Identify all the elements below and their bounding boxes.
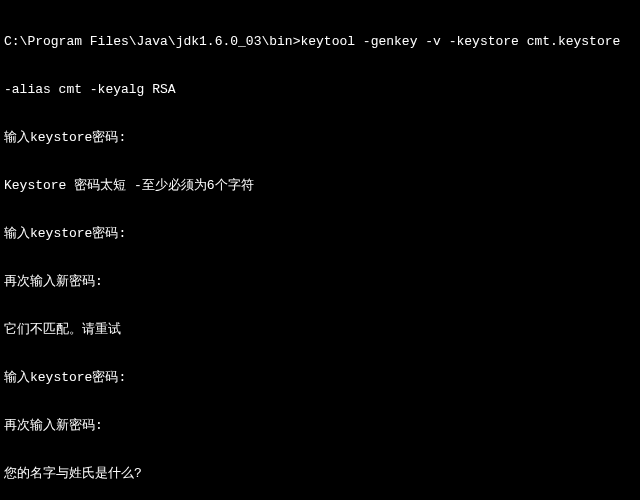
terminal-line: 输入keystore密码: — [4, 226, 636, 242]
terminal-line: 输入keystore密码: — [4, 370, 636, 386]
terminal-line: -alias cmt -keyalg RSA — [4, 82, 636, 98]
terminal-line: C:\Program Files\Java\jdk1.6.0_03\bin>ke… — [4, 34, 636, 50]
terminal-line: 再次输入新密码: — [4, 274, 636, 290]
terminal-line: Keystore 密码太短 -至少必须为6个字符 — [4, 178, 636, 194]
terminal-window[interactable]: C:\Program Files\Java\jdk1.6.0_03\bin>ke… — [0, 0, 640, 500]
terminal-line: 再次输入新密码: — [4, 418, 636, 434]
terminal-line: 输入keystore密码: — [4, 130, 636, 146]
terminal-line: 它们不匹配。请重试 — [4, 322, 636, 338]
terminal-line: 您的名字与姓氏是什么? — [4, 466, 636, 482]
